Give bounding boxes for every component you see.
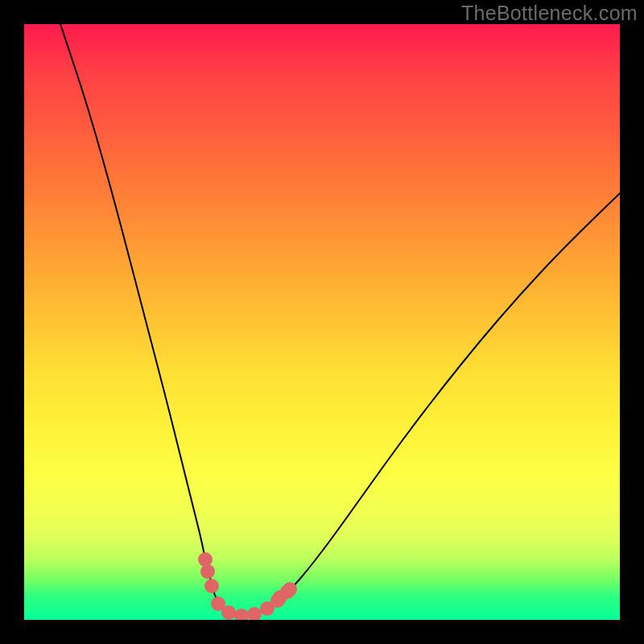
plot-area: [24, 24, 620, 620]
highlight-markers: [24, 24, 620, 620]
marker-dot: [221, 605, 236, 620]
watermark-text: TheBottleneck.com: [461, 2, 638, 25]
marker-dot: [204, 579, 219, 593]
marker-dot: [283, 582, 297, 597]
marker-dot: [198, 552, 213, 567]
marker-dot: [247, 607, 262, 620]
marker-dot: [200, 564, 215, 579]
outer-frame: TheBottleneck.com: [0, 0, 644, 644]
marker-dot: [234, 609, 249, 620]
